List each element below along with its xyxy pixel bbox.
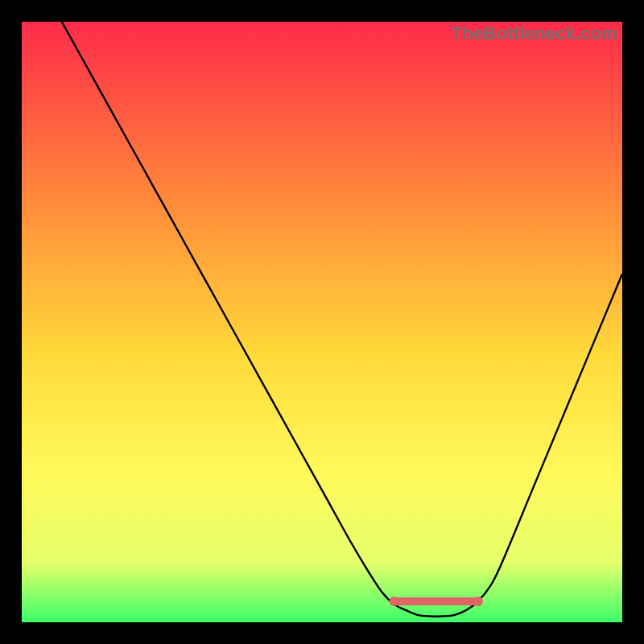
marker-optimal-start [390,597,399,606]
chart-frame: TheBottleneck.com [22,22,622,622]
marker-optimal-end [473,597,483,606]
bottleneck-plot [22,22,622,622]
